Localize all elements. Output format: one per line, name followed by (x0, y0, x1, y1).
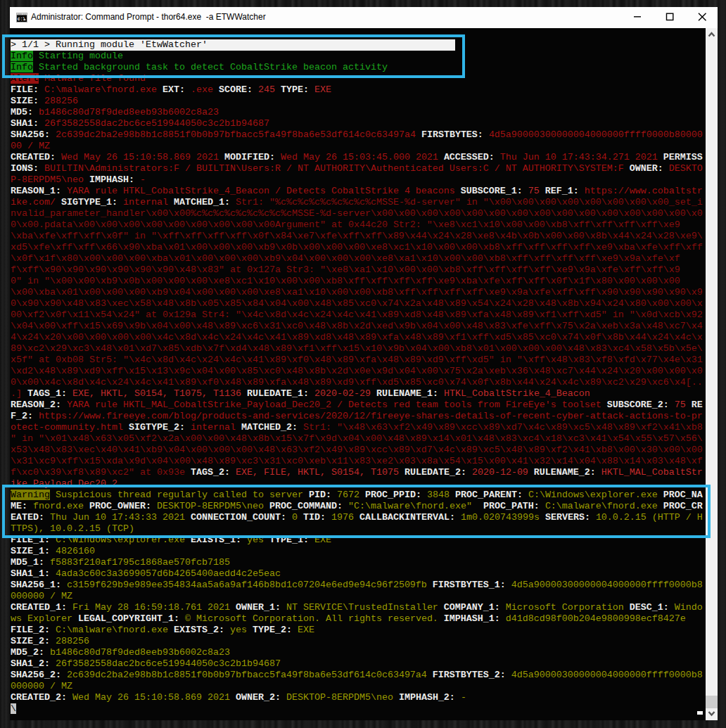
svg-text:c:\: c:\ (18, 17, 26, 22)
